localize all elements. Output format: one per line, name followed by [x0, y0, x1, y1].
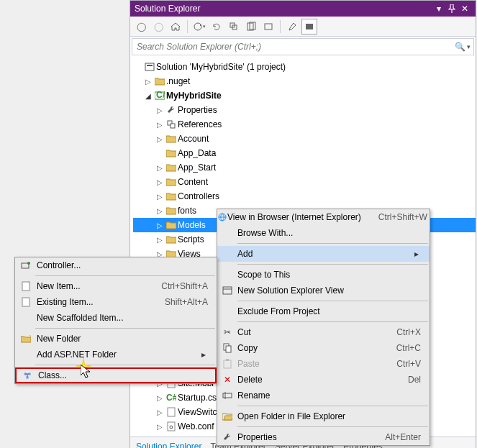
- pin-button[interactable]: [445, 2, 458, 15]
- cut-icon: ✂: [217, 327, 237, 337]
- node-label: Web.conf: [178, 421, 214, 431]
- node-label: MyHybridSite: [166, 91, 222, 101]
- menu-label: New Scaffolded Item...: [37, 313, 208, 323]
- menu-separator: [35, 275, 215, 276]
- search-box[interactable]: 🔍 ▾: [132, 38, 474, 55]
- menu-separator: [35, 328, 215, 329]
- menu-asp-folder[interactable]: Add ASP.NET Folder▸: [15, 347, 217, 362]
- browser-icon: [217, 212, 227, 222]
- svg-marker-39: [78, 360, 89, 372]
- menu-copy[interactable]: CopyCtrl+C: [217, 340, 430, 356]
- svg-rect-5: [265, 24, 272, 29]
- menu-label: Rename: [237, 390, 421, 401]
- menu-browse-with[interactable]: Browse With...: [217, 225, 430, 241]
- tree-node-nuget[interactable]: ▷.nuget: [133, 74, 476, 88]
- node-label: Scripts: [178, 234, 204, 244]
- svg-rect-6: [306, 24, 313, 29]
- tree-node-references[interactable]: ▷References: [133, 117, 476, 132]
- node-label: Solution 'MyHybridSite' (1 project): [156, 62, 286, 72]
- node-label: References: [178, 119, 222, 129]
- menu-view-in-browser[interactable]: View in Browser (Internet Explorer)Ctrl+…: [217, 209, 430, 225]
- menu-add[interactable]: Add▸: [217, 246, 430, 262]
- menu-separator: [237, 264, 428, 265]
- preview-button[interactable]: [260, 19, 276, 35]
- sync-button[interactable]: ▾: [191, 19, 207, 35]
- references-icon: [165, 120, 178, 129]
- node-label: App_Start: [178, 163, 216, 173]
- wrench-icon: [165, 106, 178, 114]
- menu-label: Paste: [237, 359, 396, 369]
- search-input[interactable]: [135, 41, 452, 52]
- node-label: ViewSwitc: [178, 407, 217, 417]
- svg-rect-25: [223, 393, 232, 398]
- properties-button[interactable]: [284, 19, 300, 35]
- node-label: fonts: [178, 206, 196, 216]
- folder-icon: [165, 164, 178, 172]
- svg-point-0: [194, 23, 201, 30]
- menu-label: Browse With...: [237, 228, 421, 238]
- tree-node-content[interactable]: ▷Content: [133, 175, 476, 189]
- svg-rect-19: [223, 287, 232, 294]
- menu-cut[interactable]: ✂CutCtrl+X: [217, 324, 430, 340]
- tree-node-appstart[interactable]: ▷App_Start: [133, 160, 476, 175]
- menu-new-solution-view[interactable]: New Solution Explorer View: [217, 283, 430, 298]
- tab-solution-explorer[interactable]: Solution Explorer: [136, 442, 201, 449]
- window-dropdown-button[interactable]: ▾: [432, 2, 445, 15]
- panel-titlebar: Solution Explorer ▾ ✕: [130, 1, 476, 17]
- solution-node[interactable]: Solution 'MyHybridSite' (1 project): [133, 60, 476, 74]
- file-icon: [165, 407, 178, 417]
- tree-node-appdata[interactable]: App_Data: [133, 146, 476, 160]
- menu-scope-to-this[interactable]: Scope to This: [217, 267, 430, 283]
- svg-point-28: [27, 262, 30, 265]
- new-folder-icon: ✧: [15, 335, 37, 343]
- project-node[interactable]: ◢C#MyHybridSite: [133, 88, 476, 103]
- svg-rect-12: [171, 124, 175, 128]
- menu-label: Controller...: [37, 260, 208, 270]
- submenu-arrow-icon: ▸: [199, 349, 208, 360]
- menu-delete[interactable]: ✕DeleteDel: [217, 372, 430, 388]
- delete-icon: ✕: [217, 375, 237, 385]
- tree-node-properties[interactable]: ▷Properties: [133, 103, 476, 117]
- svg-rect-7: [145, 63, 154, 70]
- menu-open-folder[interactable]: Open Folder in File Explorer: [217, 408, 430, 424]
- home-button[interactable]: [168, 19, 183, 35]
- menu-new-folder[interactable]: ✧New Folder: [15, 331, 217, 347]
- show-all-files-button[interactable]: [243, 19, 259, 35]
- search-dropdown-icon[interactable]: ▾: [465, 43, 471, 50]
- context-menu-add: Controller... ✧New Item...Ctrl+Shift+A E…: [14, 257, 217, 384]
- view-code-button[interactable]: [301, 19, 317, 35]
- node-label: Startup.cs: [178, 393, 217, 403]
- collapse-all-button[interactable]: [226, 19, 242, 35]
- folder-icon: [165, 193, 178, 201]
- class-icon: [17, 371, 38, 380]
- svg-rect-16: [168, 422, 175, 431]
- menu-rename[interactable]: Rename: [217, 388, 430, 403]
- back-button[interactable]: ◯: [133, 19, 149, 35]
- csharp-project-icon: C#: [153, 91, 166, 100]
- menu-new-item[interactable]: ✧New Item...Ctrl+Shift+A: [15, 278, 217, 294]
- refresh-button[interactable]: [209, 19, 224, 35]
- context-menu-main: View in Browser (Internet Explorer)Ctrl+…: [217, 209, 430, 446]
- menu-scaffolded-item[interactable]: New Scaffolded Item...: [15, 310, 217, 326]
- menu-controller[interactable]: Controller...: [15, 257, 217, 273]
- wrench-icon: [217, 433, 237, 442]
- menu-separator: [35, 365, 215, 365]
- menu-properties[interactable]: PropertiesAlt+Enter: [217, 429, 430, 445]
- toolbar-separator: [187, 20, 188, 33]
- submenu-arrow-icon: ▸: [412, 249, 421, 259]
- menu-class[interactable]: Class...: [15, 367, 217, 383]
- svg-text:✧: ✧: [27, 335, 31, 340]
- menu-shortcut: Alt+Enter: [385, 432, 421, 442]
- search-icon: 🔍: [452, 42, 465, 52]
- folder-icon: [165, 221, 178, 229]
- menu-label: Existing Item...: [37, 297, 165, 307]
- panel-title-text: Solution Explorer: [135, 4, 432, 14]
- svg-rect-8: [147, 65, 153, 66]
- menu-exclude[interactable]: Exclude From Project: [217, 303, 430, 319]
- menu-existing-item[interactable]: Existing Item...Shift+Alt+A: [15, 294, 217, 310]
- tree-node-account[interactable]: ▷Account: [133, 132, 476, 146]
- forward-button[interactable]: ◯: [150, 19, 166, 35]
- toolbar-separator: [280, 20, 281, 33]
- tree-node-controllers[interactable]: ▷Controllers: [133, 189, 476, 204]
- close-button[interactable]: ✕: [458, 2, 471, 15]
